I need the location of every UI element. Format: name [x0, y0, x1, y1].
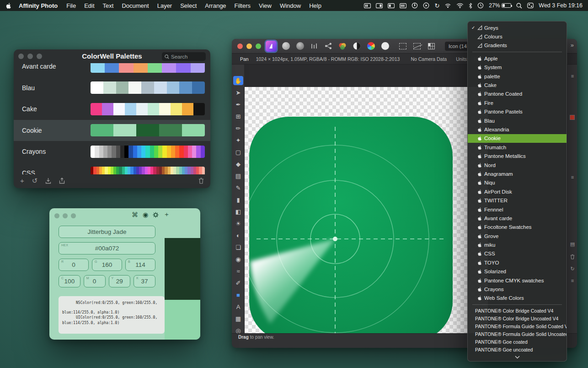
apple-menu-icon[interactable]	[5, 2, 11, 9]
minimize-button[interactable]	[63, 213, 68, 218]
menu-item[interactable]: Trumatch	[468, 143, 567, 152]
plain-circle-icon[interactable]	[380, 41, 390, 51]
menu-item[interactable]: Filters	[230, 2, 255, 9]
cmyk-field[interactable]: K 37	[134, 275, 155, 287]
menu-item[interactable]: Apple	[468, 54, 567, 63]
menu-item[interactable]: View	[255, 2, 276, 9]
bluetooth-icon[interactable]	[469, 3, 472, 9]
menu-item[interactable]: Arrange	[201, 2, 230, 9]
menu-item[interactable]: Layer	[153, 2, 176, 9]
trash-icon[interactable]	[567, 254, 577, 260]
dial-icon[interactable]	[412, 2, 418, 9]
document-title[interactable]: Icon (14	[445, 42, 470, 51]
menu-item[interactable]: PANTONE® Formula Guide Solid Uncoated V4	[468, 330, 567, 338]
tool-button[interactable]: ▮	[232, 194, 245, 206]
page-icon[interactable]: ▤	[567, 241, 577, 247]
panel-menu-icon[interactable]: ≡	[567, 73, 577, 79]
colorwell-titlebar[interactable]: ColorWell Palettes Search	[14, 49, 210, 63]
marquee-line-toggle-icon[interactable]	[412, 41, 422, 51]
cmyk-field[interactable]: Y 29	[109, 275, 131, 287]
search-input[interactable]: Search	[162, 52, 206, 61]
tool-button[interactable]: ▢	[232, 146, 245, 158]
share-button[interactable]	[59, 178, 65, 184]
menu-item[interactable]: Crayons	[468, 285, 567, 293]
tool-button[interactable]: ▦	[232, 313, 245, 325]
tool-button[interactable]: ❏	[232, 241, 245, 253]
menu-item[interactable]: File	[62, 2, 80, 9]
time-machine-icon[interactable]	[477, 2, 484, 9]
menu-item[interactable]: Pantone Pastels	[468, 108, 567, 116]
menu-item[interactable]: PANTONE® Color Bridge Uncoated V4	[468, 314, 567, 322]
contrast-circle-icon[interactable]	[352, 41, 362, 51]
app-menu-title[interactable]: Affinity Photo	[14, 2, 62, 9]
menu-item[interactable]: Fennnel	[468, 205, 567, 214]
tool-button[interactable]: ◐	[232, 229, 245, 241]
close-button[interactable]	[237, 43, 243, 49]
cmyk-field[interactable]: M 0	[84, 275, 106, 287]
levels-icon[interactable]	[309, 41, 319, 51]
window-layout-icon[interactable]	[400, 3, 406, 8]
hex-field[interactable]: HEX #00a072	[59, 242, 155, 254]
palette-row[interactable]: Blau	[14, 77, 210, 99]
close-button[interactable]	[54, 213, 59, 218]
menu-item[interactable]: Cake	[468, 81, 567, 89]
light-variant-swatch[interactable]	[165, 300, 200, 340]
menu-item[interactable]: Anagramam	[468, 169, 567, 178]
panel-menu-icon[interactable]: ≡	[567, 174, 577, 180]
tool-button[interactable]: ◆	[232, 158, 245, 170]
play-icon[interactable]	[423, 2, 429, 9]
zoom-button[interactable]	[256, 43, 261, 49]
menu-item[interactable]: Solarized	[468, 267, 567, 276]
tool-button[interactable]: ➤	[232, 87, 245, 98]
sync-icon[interactable]: ↻	[434, 3, 439, 9]
tool-button[interactable]: ■	[232, 289, 245, 301]
menu-item[interactable]: Document	[118, 2, 153, 9]
menu-item[interactable]: PANTONE® Goe uncoated	[468, 346, 567, 353]
menu-clock[interactable]: Wed 3 Feb 19:16	[539, 2, 583, 9]
menu-item[interactable]: Alexandria	[468, 125, 567, 134]
tool-button[interactable]: ✦	[232, 134, 245, 146]
palette-row[interactable]: Cake	[14, 98, 210, 120]
tool-button[interactable]: ≈	[232, 265, 245, 277]
trash-icon[interactable]	[198, 178, 204, 184]
tool-button[interactable]: ⊞	[232, 110, 245, 122]
battery-indicator[interactable]: 27%	[489, 2, 511, 9]
menu-item[interactable]: Pantone Coated	[468, 90, 567, 98]
tool-button[interactable]: ◧	[232, 206, 245, 217]
tool-button[interactable]: ✐	[232, 277, 245, 289]
menu-item[interactable]: Text	[99, 2, 118, 9]
menu-item[interactable]: Nord	[468, 161, 567, 169]
menu-item[interactable]: PANTONE® Color Bridge Coated V4	[468, 307, 567, 314]
menu-item[interactable]: TWITTER	[468, 196, 567, 205]
palette-row[interactable]: Crayons	[14, 141, 210, 162]
menu-item[interactable]: Niqu	[468, 179, 567, 187]
reload-button[interactable]: ↺	[32, 177, 38, 185]
rgb-field[interactable]: B 114	[125, 259, 155, 271]
tool-button[interactable]: ✎	[232, 182, 245, 194]
command-icon[interactable]: ⌘	[132, 211, 138, 218]
menu-item[interactable]: Edit	[80, 2, 98, 9]
menu-item[interactable]: Cookie	[468, 134, 567, 143]
sphere-icon[interactable]	[295, 41, 305, 51]
menu-item[interactable]: Grove	[468, 232, 567, 240]
add-icon[interactable]: ＋	[163, 211, 170, 219]
tool-button[interactable]: ✒	[232, 98, 245, 110]
grid-icon[interactable]	[426, 41, 436, 51]
tool-button[interactable]: ◉	[232, 253, 245, 265]
menu-item[interactable]: AirPort Disk	[468, 187, 567, 196]
zoom-button[interactable]	[71, 213, 76, 218]
menu-item[interactable]: Pantone Metallics	[468, 152, 567, 160]
menu-item[interactable]: ✓ Greys	[468, 23, 567, 32]
menu-item[interactable]: Avant carde	[468, 214, 567, 222]
gray-circle-icon[interactable]	[281, 41, 291, 51]
marquee-toggle-icon[interactable]	[398, 41, 408, 51]
window-layout-icon[interactable]	[364, 3, 371, 8]
scroll-down-chevron[interactable]	[468, 353, 567, 361]
menu-item[interactable]: Gradients	[468, 41, 567, 50]
affinity-logo-button[interactable]	[266, 41, 277, 52]
menu-item[interactable]: PANTONE® Goe coated	[468, 338, 567, 346]
color-name-field[interactable]: Jitterbug Jade	[59, 226, 155, 238]
menu-item[interactable]: Focoltone Swatches	[468, 223, 567, 232]
dark-variant-swatch[interactable]	[165, 238, 200, 300]
tool-button[interactable]: A	[232, 301, 245, 313]
